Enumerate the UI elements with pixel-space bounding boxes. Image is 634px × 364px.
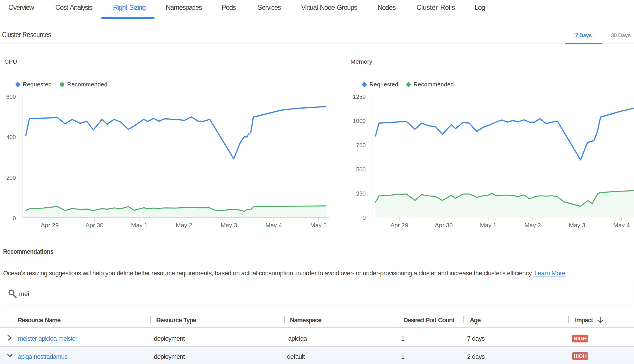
svg-text:May 1: May 1 [480,222,497,228]
svg-text:May 1: May 1 [131,222,148,228]
svg-text:400: 400 [6,134,16,140]
svg-text:1000: 1000 [353,118,366,124]
svg-text:0: 0 [13,215,16,221]
svg-text:250: 250 [356,190,366,197]
svg-text:Apr 30: Apr 30 [435,222,453,228]
svg-text:Apr 29: Apr 29 [390,222,408,228]
svg-text:May 3: May 3 [221,222,237,228]
svg-text:1250: 1250 [353,94,366,100]
svg-text:May 4: May 4 [613,222,630,228]
svg-text:500: 500 [356,166,366,172]
svg-text:Apr 30: Apr 30 [86,222,103,228]
svg-text:600: 600 [6,94,16,100]
svg-text:750: 750 [356,142,366,148]
svg-text:May 3: May 3 [569,222,585,228]
svg-text:0: 0 [363,215,366,221]
svg-text:May 5: May 5 [310,222,327,228]
svg-text:200: 200 [6,175,16,181]
svg-text:May 2: May 2 [524,222,541,228]
svg-text:Apr 29: Apr 29 [41,222,59,228]
svg-text:May 4: May 4 [265,222,282,228]
svg-text:May 2: May 2 [176,222,192,228]
